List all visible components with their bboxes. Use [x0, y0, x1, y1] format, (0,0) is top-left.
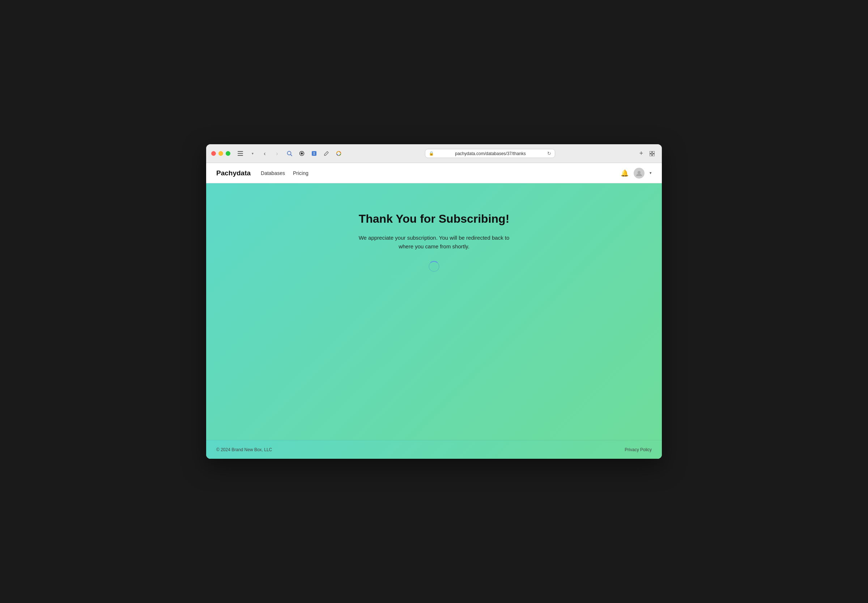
footer: © 2024 Brand New Box, LLC Privacy Policy: [206, 440, 662, 459]
loading-spinner: [429, 261, 439, 272]
toolbar-right: +: [636, 149, 657, 158]
minimize-button[interactable]: [218, 151, 223, 156]
notification-bell-icon[interactable]: 🔔: [620, 169, 628, 177]
nav-right: 🔔 ▾: [620, 168, 652, 179]
main-content: Thank You for Subscribing! We appreciate…: [206, 183, 662, 440]
record-button[interactable]: [297, 149, 306, 158]
reload-icon[interactable]: ↻: [547, 151, 551, 156]
svg-text:I: I: [313, 152, 315, 155]
pencil-icon[interactable]: [322, 149, 331, 158]
search-icon[interactable]: [285, 149, 294, 158]
browser-window: ▾ ‹ › I: [206, 144, 662, 459]
tab-grid-button[interactable]: [647, 149, 657, 158]
title-bar: ▾ ‹ › I: [206, 144, 662, 163]
maximize-button[interactable]: [226, 151, 231, 156]
lock-icon: 🔒: [429, 151, 434, 156]
svg-rect-1: [238, 153, 243, 154]
sidebar-toggle-button[interactable]: [235, 149, 245, 158]
svg-rect-2: [238, 155, 243, 156]
info-icon[interactable]: I: [309, 149, 319, 158]
forward-button[interactable]: ›: [272, 149, 282, 158]
address-bar-wrap: 🔒 pachydata.com/databases/37/thanks ↻: [346, 149, 634, 158]
traffic-lights: [211, 151, 231, 156]
logo[interactable]: Pachydata: [216, 169, 251, 177]
sidebar-chevron-button[interactable]: ▾: [248, 149, 257, 158]
avatar-dropdown-icon[interactable]: ▾: [650, 171, 652, 175]
page-title: Thank You for Subscribing!: [359, 212, 510, 226]
color-wheel-icon[interactable]: [334, 149, 343, 158]
svg-rect-13: [653, 154, 654, 156]
copyright-text: © 2024 Brand New Box, LLC: [216, 447, 272, 452]
address-bar[interactable]: 🔒 pachydata.com/databases/37/thanks ↻: [425, 149, 555, 158]
avatar[interactable]: [634, 168, 645, 179]
url-text: pachydata.com/databases/37/thanks: [436, 151, 545, 156]
nav-databases[interactable]: Databases: [261, 170, 285, 176]
new-tab-button[interactable]: +: [636, 149, 646, 158]
back-button[interactable]: ‹: [260, 149, 269, 158]
svg-point-6: [300, 153, 303, 155]
svg-line-4: [291, 155, 292, 156]
svg-rect-0: [238, 151, 243, 152]
nav-bar: Pachydata Databases Pricing 🔔 ▾: [206, 163, 662, 183]
svg-rect-11: [653, 151, 654, 153]
privacy-policy-link[interactable]: Privacy Policy: [625, 447, 652, 452]
page-subtitle: We appreciate your subscription. You wil…: [359, 233, 510, 251]
svg-rect-12: [650, 154, 652, 156]
svg-rect-10: [650, 151, 652, 153]
spinner-animation: [429, 261, 439, 272]
svg-point-14: [637, 171, 641, 174]
close-button[interactable]: [211, 151, 216, 156]
nav-pricing[interactable]: Pricing: [293, 170, 308, 176]
nav-links: Databases Pricing: [261, 170, 620, 176]
